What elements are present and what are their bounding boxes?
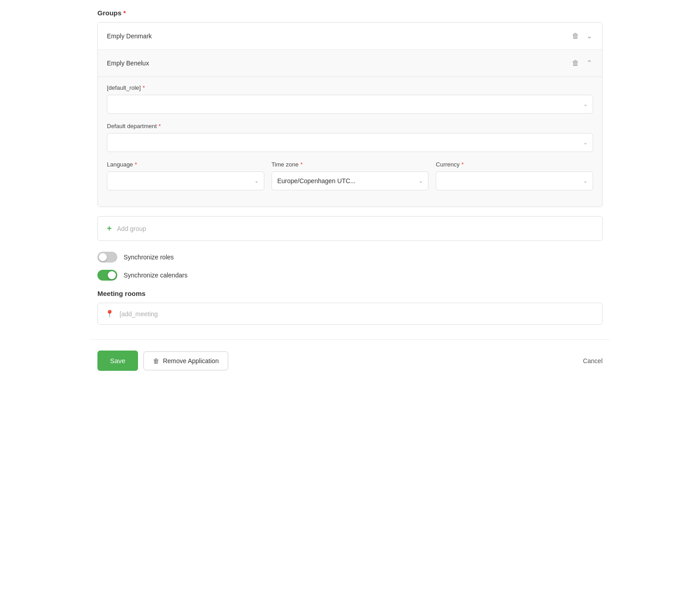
timezone-field: Time zone * Europe/Copenhagen UTC... ⌄ (272, 161, 429, 190)
group-row: Emply Denmark 🗑 ⌄ (98, 23, 602, 50)
expand-group-button[interactable]: ⌄ (585, 31, 593, 41)
add-group-row[interactable]: + Add group (97, 216, 603, 241)
remove-application-label: Remove Application (163, 357, 219, 365)
currency-required: * (461, 161, 464, 168)
meeting-rooms-title: Meeting rooms (97, 290, 603, 297)
group-row: Emply Benelux 🗑 ⌃ (98, 50, 602, 77)
default-department-field: Default department * ⌄ (107, 123, 593, 152)
delete-group-button[interactable]: 🗑 (571, 58, 580, 68)
language-select[interactable] (107, 171, 264, 190)
synchronize-roles-label: Synchronize roles (124, 254, 174, 261)
language-select-wrapper: ⌄ (107, 171, 264, 190)
default-role-label: [default_role] (107, 84, 141, 91)
group-row-actions: 🗑 ⌄ (571, 31, 593, 41)
add-group-plus-icon: + (107, 224, 112, 233)
meeting-input-row[interactable]: 📍 [add_meeting (97, 303, 603, 325)
default-role-required: * (143, 84, 145, 91)
default-department-label: Default department (107, 123, 157, 129)
pin-icon: 📍 (105, 309, 114, 318)
language-field: Language * ⌄ (107, 161, 264, 190)
language-required: * (135, 161, 137, 168)
default-department-select[interactable] (107, 133, 593, 152)
timezone-required: * (300, 161, 303, 168)
trash-icon: 🗑 (153, 357, 159, 365)
toggle-thumb (108, 271, 116, 279)
group-name: Emply Benelux (107, 60, 149, 67)
groups-title: Groups (97, 9, 121, 17)
synchronize-calendars-toggle[interactable] (97, 270, 117, 281)
default-role-select[interactable] (107, 95, 593, 114)
delete-group-button[interactable]: 🗑 (571, 31, 580, 41)
language-label: Language (107, 161, 133, 168)
footer-left-actions: Save 🗑 Remove Application (97, 351, 228, 371)
locale-fields-row: Language * ⌄ Time zone * (107, 161, 593, 190)
synchronize-calendars-row: Synchronize calendars (97, 270, 603, 281)
groups-required-star: * (123, 9, 126, 17)
group-row-actions: 🗑 ⌃ (571, 58, 593, 68)
add-group-label: Add group (117, 225, 147, 232)
group-name: Emply Denmark (107, 32, 152, 40)
timezone-label: Time zone (272, 161, 299, 168)
footer-bar: Save 🗑 Remove Application Cancel (97, 340, 603, 382)
default-department-required: * (159, 123, 161, 129)
default-role-field: [default_role] * ⌄ (107, 84, 593, 114)
groups-box: Emply Denmark 🗑 ⌄ Emply Benelux 🗑 ⌃ (97, 22, 603, 207)
group-expanded-content: [default_role] * ⌄ Default department * (98, 77, 602, 207)
toggle-thumb (99, 253, 107, 261)
default-role-select-wrapper: ⌄ (107, 95, 593, 114)
save-button[interactable]: Save (97, 351, 138, 371)
default-department-select-wrapper: ⌄ (107, 133, 593, 152)
synchronize-calendars-label: Synchronize calendars (124, 272, 188, 279)
currency-label: Currency (436, 161, 460, 168)
synchronize-roles-toggle[interactable] (97, 252, 117, 263)
cancel-button[interactable]: Cancel (583, 357, 603, 365)
meeting-rooms-section: Meeting rooms 📍 [add_meeting (97, 290, 603, 325)
currency-field: Currency * ⌄ (436, 161, 593, 190)
timezone-select[interactable]: Europe/Copenhagen UTC... (272, 171, 429, 190)
collapse-group-button[interactable]: ⌃ (585, 58, 593, 68)
currency-select-wrapper: ⌄ (436, 171, 593, 190)
currency-select[interactable] (436, 171, 593, 190)
timezone-select-wrapper: Europe/Copenhagen UTC... ⌄ (272, 171, 429, 190)
remove-application-button[interactable]: 🗑 Remove Application (143, 351, 228, 370)
synchronize-roles-row: Synchronize roles (97, 252, 603, 263)
meeting-placeholder: [add_meeting (120, 310, 158, 318)
